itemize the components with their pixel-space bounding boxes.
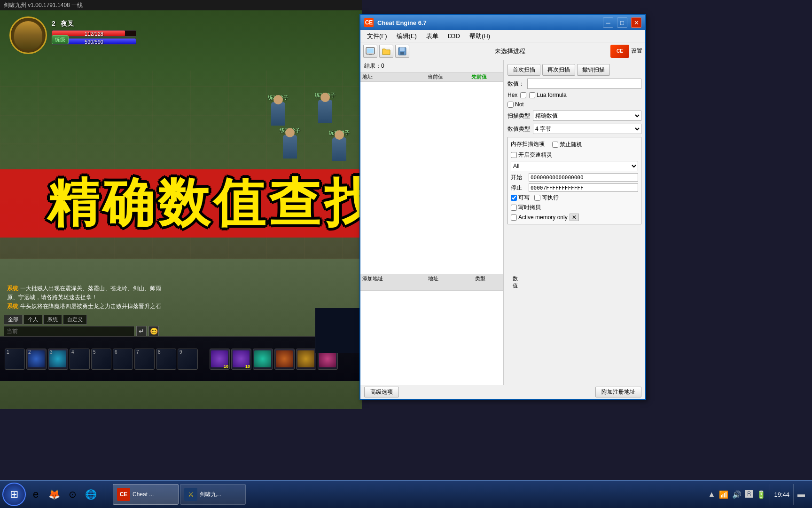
- skill-slot-5[interactable]: 5: [91, 349, 111, 370]
- skill-slot-special-5[interactable]: [296, 349, 316, 370]
- svg-rect-4: [400, 48, 405, 51]
- ce-process-button[interactable]: [363, 45, 377, 58]
- ce-active-memory-checkbox[interactable]: [511, 214, 517, 221]
- character-avatar: [9, 16, 47, 54]
- ce-disable-random-checkbox[interactable]: [552, 142, 558, 148]
- ce-active-memory-close[interactable]: ✕: [570, 214, 579, 221]
- system-clock[interactable]: 19:44: [774, 491, 789, 498]
- ce-addr-table-section: 添加地址 地址 类型 数值: [360, 274, 503, 385]
- ce-results-panel: 结果：0 地址 当前值 先前值 添加地址 地址 类型 数值: [360, 60, 504, 385]
- first-scan-button[interactable]: 首次扫描: [508, 64, 540, 76]
- quick-launch-ie[interactable]: e: [27, 486, 44, 503]
- ce-cow-checkbox[interactable]: [511, 205, 517, 211]
- taskbar-start-button[interactable]: ⊞: [2, 483, 26, 506]
- network-icon[interactable]: 📶: [719, 490, 728, 499]
- ce-hex-checkbox[interactable]: [520, 92, 526, 98]
- ce-settings-label[interactable]: 设置: [631, 47, 642, 55]
- skill-icon-special-3: [254, 350, 271, 367]
- ce-lua-checkbox[interactable]: [529, 92, 535, 98]
- ce-bottom-bar: 高级选项 附加注册地址: [360, 385, 645, 399]
- ce-hex-label: Hex: [508, 92, 517, 98]
- taskbar-item-cheat[interactable]: CE Cheat ...: [113, 484, 179, 505]
- ce-scan-options: 首次扫描 再次扫描 撤销扫描 数值： Hex Lua formula: [504, 60, 645, 385]
- ce-mem-checkboxes: 可写 可执行: [511, 194, 638, 202]
- clock-time: 19:44: [774, 491, 789, 498]
- ce-menu-file[interactable]: 文件(F): [362, 31, 392, 41]
- chat-tab-all[interactable]: 全部: [4, 315, 23, 325]
- ce-addr-col-desc: 添加地址: [362, 275, 428, 289]
- ce-writable-checkbox[interactable]: [511, 195, 517, 201]
- quick-launch-chrome[interactable]: ⊙: [64, 486, 81, 503]
- ce-mem-title-row: 内存扫描选项 禁止随机: [511, 140, 638, 149]
- ce-add-address-button[interactable]: 附加注册地址: [595, 387, 641, 397]
- skill-slot-3[interactable]: 3: [48, 349, 68, 370]
- ce-close-button[interactable]: ✕: [631, 17, 641, 28]
- ce-value-label: 数值：: [508, 80, 524, 88]
- undo-scan-button[interactable]: 撤销扫描: [577, 64, 610, 76]
- ce-scan-type-label: 扫描类型: [508, 112, 530, 120]
- ce-active-memory-label: Active memory only: [511, 214, 568, 221]
- ce-not-checkbox[interactable]: [508, 102, 514, 108]
- tray-up-arrow[interactable]: ▲: [708, 490, 716, 499]
- ce-scan-type-select[interactable]: 精确数值: [533, 111, 641, 121]
- battery-icon[interactable]: 🔋: [757, 490, 766, 499]
- skill-slot-2[interactable]: 2: [26, 349, 47, 370]
- ce-menu-help[interactable]: 帮助(H): [465, 31, 495, 41]
- ce-stop-input[interactable]: [529, 183, 638, 192]
- chat-emoji-button[interactable]: 😊: [148, 326, 159, 336]
- quick-launch-ff[interactable]: 🦊: [46, 486, 62, 503]
- ce-maximize-button[interactable]: □: [617, 17, 627, 28]
- chat-send-button[interactable]: ↵: [136, 326, 147, 336]
- ce-not-row: Not: [508, 101, 641, 108]
- chat-input[interactable]: [4, 326, 134, 336]
- ce-copy-on-write-label: 写时拷贝: [511, 204, 638, 212]
- ce-memory-options: 内存扫描选项 禁止随机 开启变速精灵 All 开始: [508, 137, 641, 224]
- ce-advanced-button[interactable]: 高级选项: [364, 387, 399, 397]
- ce-toolbar: 未选择进程 CE 设置: [360, 42, 645, 60]
- skill-slot-1[interactable]: 1: [5, 349, 25, 370]
- ce-menu-edit[interactable]: 编辑(E): [392, 31, 422, 41]
- skill-slot-8[interactable]: 8: [156, 349, 176, 370]
- chat-message-2: 系统 牛头妖将在降魔塔四层被勇士龙之力击败并掉落晋升之石: [7, 302, 167, 310]
- ce-stop-label: 停止: [511, 184, 526, 192]
- ce-logo: CE: [610, 45, 629, 58]
- tray-divider: [770, 484, 770, 505]
- skill-slot-9[interactable]: 9: [178, 349, 198, 370]
- skill-slot-special-3[interactable]: [253, 349, 273, 370]
- skill-slot-4[interactable]: 4: [70, 349, 90, 370]
- ce-mem-range-select[interactable]: All: [511, 161, 638, 171]
- next-scan-button[interactable]: 再次扫描: [542, 64, 575, 76]
- ce-menu-d3d[interactable]: D3D: [443, 32, 465, 40]
- ce-value-row: 数值：: [508, 79, 641, 89]
- ce-memory-options-title: 内存扫描选项: [511, 140, 545, 148]
- ce-executable-label: 可执行: [534, 194, 559, 202]
- npc-1: 练功弟子: [268, 94, 289, 126]
- skill-icon-special-5: [297, 350, 314, 367]
- skill-slot-special-4[interactable]: [274, 349, 295, 370]
- skill-slot-6[interactable]: 6: [113, 349, 133, 370]
- ce-value-input[interactable]: [527, 79, 641, 89]
- ce-variance-label: 开启变速精灵: [511, 151, 552, 159]
- show-desktop-icon[interactable]: ▬: [797, 490, 805, 499]
- chat-tab-system[interactable]: 系统: [43, 315, 62, 325]
- ce-executable-checkbox[interactable]: [534, 195, 540, 201]
- chat-tab-personal[interactable]: 个人: [23, 315, 42, 325]
- skill-slot-special-2[interactable]: 10: [231, 349, 251, 370]
- ce-minimize-button[interactable]: ─: [603, 17, 613, 28]
- ce-variance-checkbox[interactable]: [511, 152, 517, 158]
- ce-value-type-select[interactable]: 4 字节: [533, 124, 641, 134]
- volume-icon[interactable]: 🔊: [732, 490, 742, 499]
- ce-menu-table[interactable]: 表单: [422, 31, 443, 41]
- banner-text: 精确数值查找之浮点型: [47, 168, 362, 238]
- chat-tab-custom[interactable]: 自定义: [63, 315, 87, 325]
- skill-slot-special-1[interactable]: 10: [210, 349, 230, 370]
- quick-launch-extra[interactable]: 🌐: [82, 486, 99, 503]
- taskbar-item-game[interactable]: ⚔ 剑啸九...: [180, 484, 246, 505]
- ce-open-button[interactable]: [379, 45, 393, 58]
- ce-save-button[interactable]: [395, 45, 409, 58]
- ce-start-input[interactable]: [529, 173, 638, 182]
- bluetooth-icon[interactable]: 🅱: [745, 490, 753, 499]
- chat-area: 系统 一大批贼人出现在震泽关、落霞山、苍龙岭、剑山、师雨原、宁远城，请各路英雄速…: [7, 284, 167, 310]
- skill-slot-7[interactable]: 7: [134, 349, 155, 370]
- cheat-engine-taskbar-icon: CE: [117, 488, 130, 501]
